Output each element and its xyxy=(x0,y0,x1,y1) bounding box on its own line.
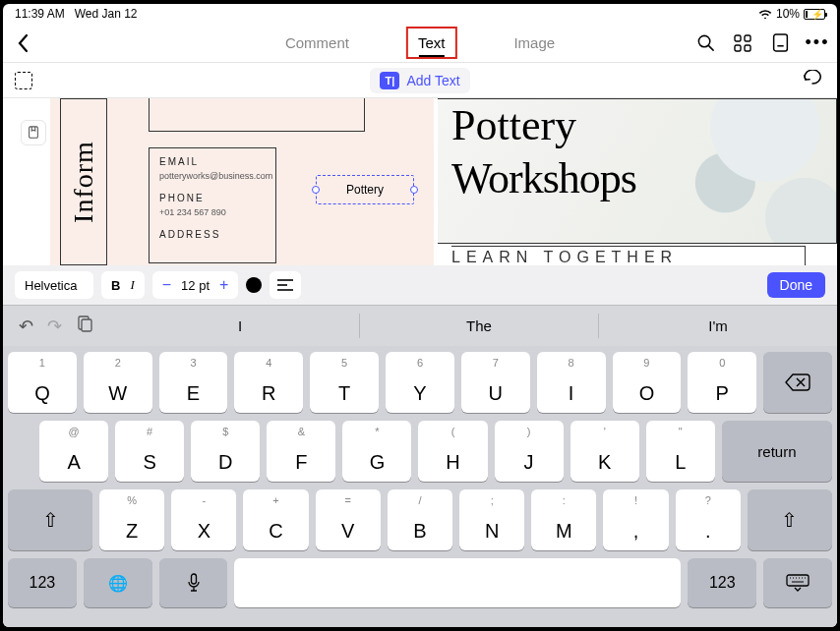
key-a[interactable]: @A xyxy=(39,421,108,482)
phone-value: +01 234 567 890 xyxy=(159,207,266,217)
key-backspace[interactable] xyxy=(763,352,832,413)
key-d[interactable]: $D xyxy=(191,421,260,482)
key-row-2: @A #S $D &F *G (H )J 'K "L return xyxy=(8,421,832,482)
key-shift-right[interactable]: ⇧ xyxy=(748,489,832,550)
undo-button[interactable] xyxy=(802,70,823,90)
key-space[interactable] xyxy=(234,558,681,607)
add-text-label: Add Text xyxy=(406,73,459,88)
key-p[interactable]: 0P xyxy=(688,352,756,413)
key-s[interactable]: #S xyxy=(115,421,184,482)
suggestion-2[interactable]: The xyxy=(359,314,598,338)
suggestion-3[interactable]: I'm xyxy=(598,314,837,338)
svg-rect-2 xyxy=(735,35,741,41)
document-canvas[interactable]: Inform EMAIL potteryworks@business.com P… xyxy=(3,98,837,265)
bookmark-button[interactable] xyxy=(21,120,46,145)
tab-comment[interactable]: Comment xyxy=(283,30,351,55)
back-button[interactable] xyxy=(3,33,42,53)
key-g[interactable]: *G xyxy=(342,421,411,482)
wifi-icon xyxy=(758,9,772,19)
key-k[interactable]: 'K xyxy=(570,421,639,482)
key-c[interactable]: +C xyxy=(243,489,308,550)
key-numbers-right[interactable]: 123 xyxy=(688,558,756,607)
size-decrease-button[interactable]: − xyxy=(162,276,171,294)
page-icon xyxy=(772,33,789,52)
grid-button[interactable] xyxy=(733,33,752,53)
key-w[interactable]: 2W xyxy=(84,352,152,413)
resize-handle-right[interactable] xyxy=(410,186,418,194)
key-numbers-left[interactable]: 123 xyxy=(8,558,77,607)
key-x[interactable]: -X xyxy=(171,489,236,550)
grid-icon xyxy=(734,34,751,52)
text-box-value: Pottery xyxy=(346,183,384,197)
key-return[interactable]: return xyxy=(722,421,832,482)
italic-button[interactable]: I xyxy=(130,277,134,293)
svg-rect-3 xyxy=(745,35,750,41)
search-button[interactable] xyxy=(695,33,715,53)
headline-2: Workshops xyxy=(451,153,636,203)
size-increase-button[interactable]: + xyxy=(219,276,228,294)
email-label: EMAIL xyxy=(159,156,266,167)
page-button[interactable] xyxy=(770,33,790,53)
svg-line-1 xyxy=(708,45,713,50)
key-t[interactable]: 5T xyxy=(310,352,379,413)
tab-image[interactable]: Image xyxy=(511,30,557,55)
subheadline: LEARN TOGETHER xyxy=(451,246,806,265)
key-hide-keyboard[interactable] xyxy=(763,558,832,607)
align-left-icon xyxy=(277,279,293,291)
key-o[interactable]: 9O xyxy=(613,352,682,413)
key-comma[interactable]: !, xyxy=(603,489,668,550)
suggestion-1[interactable]: I xyxy=(121,314,359,338)
marquee-select-button[interactable] xyxy=(15,72,32,89)
key-emoji[interactable]: 🌐 xyxy=(84,558,152,607)
tab-text[interactable]: Text xyxy=(410,30,453,55)
shift-icon: ⇧ xyxy=(42,508,59,532)
key-h[interactable]: (H xyxy=(418,421,487,482)
empty-box xyxy=(149,98,365,132)
key-q[interactable]: 1Q xyxy=(8,352,77,413)
done-button[interactable]: Done xyxy=(767,272,825,298)
align-button[interactable] xyxy=(270,271,301,299)
kbd-undo-button[interactable]: ↶ xyxy=(19,316,33,337)
mic-icon xyxy=(187,573,201,593)
key-i[interactable]: 8I xyxy=(537,352,606,413)
key-dictate[interactable] xyxy=(159,558,228,607)
kbd-paste-button[interactable] xyxy=(76,315,93,337)
key-shift-left[interactable]: ⇧ xyxy=(8,489,92,550)
key-j[interactable]: )J xyxy=(495,421,564,482)
chevron-left-icon xyxy=(16,33,30,53)
page-right: Pottery Workshops LEARN TOGETHER xyxy=(438,98,837,265)
svg-rect-13 xyxy=(82,319,91,331)
bold-button[interactable]: B xyxy=(111,278,120,293)
battery-icon: ⚡ xyxy=(804,9,825,20)
key-b[interactable]: /B xyxy=(388,489,452,550)
svg-rect-6 xyxy=(773,34,787,51)
svg-rect-8 xyxy=(30,127,38,138)
key-l[interactable]: "L xyxy=(646,421,715,482)
phone-label: PHONE xyxy=(159,193,266,203)
key-y[interactable]: 6Y xyxy=(386,352,454,413)
key-z[interactable]: %Z xyxy=(99,489,164,550)
key-r[interactable]: 4R xyxy=(234,352,303,413)
sub-toolbar: T| Add Text xyxy=(3,63,837,98)
resize-handle-left[interactable] xyxy=(312,186,320,194)
key-period[interactable]: ?. xyxy=(676,489,741,550)
more-button[interactable]: ••• xyxy=(808,33,827,53)
key-v[interactable]: =V xyxy=(316,489,381,550)
key-row-3: ⇧ %Z -X +C =V /B ;N :M !, ?. ⇧ xyxy=(8,489,832,550)
key-e[interactable]: 3E xyxy=(159,352,228,413)
svg-rect-4 xyxy=(735,45,741,51)
key-m[interactable]: :M xyxy=(531,489,596,550)
font-picker[interactable]: Helvetica xyxy=(15,271,93,299)
text-color-button[interactable] xyxy=(246,277,262,293)
search-icon xyxy=(696,33,715,52)
key-n[interactable]: ;N xyxy=(459,489,524,550)
key-u[interactable]: 7U xyxy=(461,352,530,413)
add-text-button[interactable]: T| Add Text xyxy=(370,68,469,93)
font-size-value: 12 pt xyxy=(181,278,210,293)
shift-icon: ⇧ xyxy=(781,508,798,532)
kbd-redo-button[interactable]: ↷ xyxy=(47,316,62,337)
status-bar: 11:39 AM Wed Jan 12 10% ⚡ xyxy=(3,4,837,24)
key-f[interactable]: &F xyxy=(267,421,335,482)
contact-box: EMAIL potteryworks@business.com PHONE +0… xyxy=(149,147,276,263)
editing-text-box[interactable]: Pottery xyxy=(316,175,414,204)
